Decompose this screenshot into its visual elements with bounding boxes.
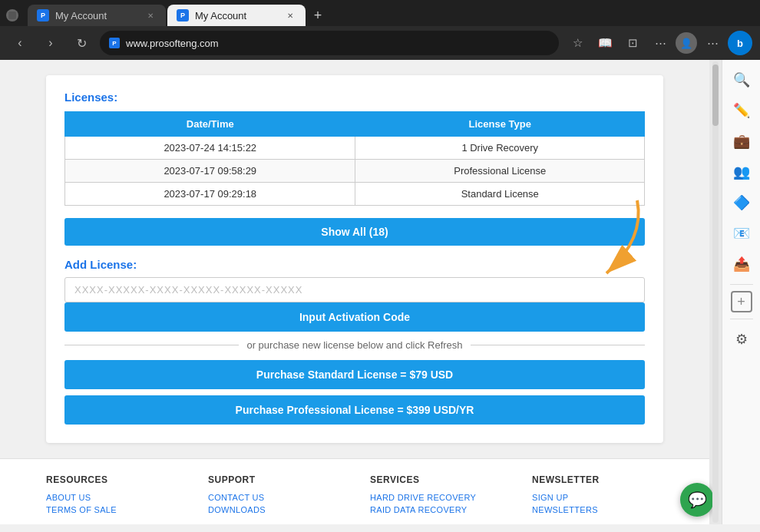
address-text: www.prosofteng.com xyxy=(126,38,219,49)
resources-heading: RESOURCES xyxy=(46,474,177,485)
forward-button[interactable]: › xyxy=(38,31,63,55)
browser-toolbar: ‹ › ↻ P www.prosofteng.com ☆ 📖 ⊡ ⋯ 👤 ⋯ b xyxy=(0,26,760,60)
back-button[interactable]: ‹ xyxy=(8,31,32,55)
show-all-button[interactable]: Show All (18) xyxy=(64,218,645,246)
sidebar-share-icon[interactable]: 📤 xyxy=(728,250,755,278)
sidebar-copilot-icon[interactable]: 🔷 xyxy=(728,189,755,216)
bookmarks-icon[interactable]: ☆ xyxy=(565,31,590,55)
or-divider: or purchase new license below and click … xyxy=(64,339,645,351)
date-cell-3: 2023-07-17 09:29:18 xyxy=(65,183,355,206)
signup-link[interactable]: SIGN UP xyxy=(532,493,663,502)
chat-bubble-button[interactable]: 💬 xyxy=(680,483,709,517)
chat-icon: 💬 xyxy=(688,491,707,509)
footer-newsletter: NEWSLETTER SIGN UP NEWSLETTERS xyxy=(532,474,663,517)
extensions-icon[interactable]: ⋯ xyxy=(700,31,725,55)
purchase-professional-button[interactable]: Purchase Professional License = $399 USD… xyxy=(64,395,645,425)
table-body: 2023-07-24 14:15:22 1 Drive Recovery 202… xyxy=(65,137,645,206)
browser-chrome: P My Account ✕ P My Account ✕ + ‹ › ↻ P … xyxy=(0,0,760,60)
main-content: Licenses: Date/Time License Type 2023-07… xyxy=(0,60,709,524)
scrollbar[interactable] xyxy=(709,60,722,524)
page-wrapper: Licenses: Date/Time License Type 2023-07… xyxy=(0,60,709,458)
raid-link[interactable]: RAID DATA RECOVERY xyxy=(370,505,501,514)
hard-drive-link[interactable]: HARD DRIVE RECOVERY xyxy=(370,493,501,502)
sidebar-settings-icon[interactable]: ⚙ xyxy=(728,325,755,353)
footer-services: SERVICES HARD DRIVE RECOVERY RAID DATA R… xyxy=(370,474,501,517)
date-cell-2: 2023-07-17 09:58:29 xyxy=(65,160,355,183)
type-cell-2: Professional License xyxy=(355,160,645,183)
support-heading: SUPPORT xyxy=(208,474,339,485)
more-tools-icon[interactable]: ⋯ xyxy=(648,31,672,55)
edge-copilot-icon[interactable]: b xyxy=(728,31,752,55)
new-tab-button[interactable]: + xyxy=(307,5,329,26)
licenses-label: Licenses: xyxy=(64,91,645,104)
date-cell-1: 2023-07-24 14:15:22 xyxy=(65,137,355,160)
reading-icon[interactable]: 📖 xyxy=(593,31,617,55)
right-sidebar: 🔍 ✏️ 💼 👥 🔷 📧 📤 + ⚙ xyxy=(722,60,760,524)
sidebar-users-icon[interactable]: 👥 xyxy=(728,158,755,186)
tab2-close[interactable]: ✕ xyxy=(284,9,296,21)
date-time-header: Date/Time xyxy=(65,112,355,137)
main-card: Licenses: Date/Time License Type 2023-07… xyxy=(46,75,663,443)
window-icon xyxy=(6,9,18,21)
type-cell-1: 1 Drive Recovery xyxy=(355,137,645,160)
profile-icon[interactable]: 👤 xyxy=(676,32,697,54)
table-header: Date/Time License Type xyxy=(65,112,645,137)
divider-line-right xyxy=(471,345,645,345)
tab1-label: My Account xyxy=(55,10,107,21)
header-row: Date/Time License Type xyxy=(65,112,645,137)
table-row: 2023-07-24 14:15:22 1 Drive Recovery xyxy=(65,137,645,160)
tab1-close[interactable]: ✕ xyxy=(144,9,157,21)
footer-columns: RESOURCES ABOUT US TERMS OF SALE SUPPORT… xyxy=(46,474,663,517)
activation-code-input[interactable] xyxy=(64,277,645,302)
downloads-link[interactable]: DOWNLOADS xyxy=(208,505,339,514)
sidebar-add-button[interactable]: + xyxy=(731,291,752,312)
newsletter-heading: NEWSLETTER xyxy=(532,474,663,485)
back-icon: ‹ xyxy=(18,36,21,50)
address-bar[interactable]: P www.prosofteng.com xyxy=(100,31,559,55)
tab2-label: My Account xyxy=(195,10,246,21)
sidebar-annotate-icon[interactable]: ✏️ xyxy=(728,97,755,124)
table-row: 2023-07-17 09:58:29 Professional License xyxy=(65,160,645,183)
sidebar-search-icon[interactable]: 🔍 xyxy=(728,66,755,94)
type-cell-3: Standard License xyxy=(355,183,645,206)
sidebar-outlook-icon[interactable]: 📧 xyxy=(728,220,755,247)
tab2-favicon: P xyxy=(177,9,189,21)
content-area: Licenses: Date/Time License Type 2023-07… xyxy=(0,60,760,524)
tab1-favicon: P xyxy=(37,9,49,21)
refresh-icon: ↻ xyxy=(77,36,87,51)
sidebar-briefcase-icon[interactable]: 💼 xyxy=(728,127,755,155)
license-type-header: License Type xyxy=(355,112,645,137)
address-favicon: P xyxy=(109,38,120,48)
terms-link[interactable]: TERMS OF SALE xyxy=(46,505,177,514)
or-text: or purchase new license below and click … xyxy=(246,339,462,351)
newsletters-link[interactable]: NEWSLETTERS xyxy=(532,505,663,514)
contact-link[interactable]: CONTACT US xyxy=(208,493,339,502)
purchase-standard-button[interactable]: Purchase Standard License = $79 USD xyxy=(64,360,645,389)
table-row: 2023-07-17 09:29:18 Standard License xyxy=(65,183,645,206)
license-table: Date/Time License Type 2023-07-24 14:15:… xyxy=(64,111,645,206)
footer-resources: RESOURCES ABOUT US TERMS OF SALE xyxy=(46,474,177,517)
sidebar-divider-2 xyxy=(730,319,753,319)
input-wrapper xyxy=(64,277,645,302)
footer: RESOURCES ABOUT US TERMS OF SALE SUPPORT… xyxy=(0,458,709,524)
add-license-label: Add License: xyxy=(64,258,645,271)
toolbar-actions: ☆ 📖 ⊡ ⋯ 👤 ⋯ b xyxy=(565,31,752,55)
forward-icon: › xyxy=(48,36,52,50)
scroll-thumb[interactable] xyxy=(712,64,719,126)
scroll-track xyxy=(712,61,719,523)
services-heading: SERVICES xyxy=(370,474,501,485)
footer-support: SUPPORT CONTACT US DOWNLOADS xyxy=(208,474,339,517)
collections-icon[interactable]: ⊡ xyxy=(620,31,645,55)
tab-1[interactable]: P My Account ✕ xyxy=(28,5,166,26)
sidebar-divider xyxy=(730,284,753,285)
input-activation-code-button[interactable]: Input Activation Code xyxy=(64,302,645,332)
about-us-link[interactable]: ABOUT US xyxy=(46,493,177,502)
svg-rect-0 xyxy=(8,12,16,19)
refresh-button[interactable]: ↻ xyxy=(69,31,94,55)
divider-line-left xyxy=(64,345,239,345)
tab-2[interactable]: P My Account ✕ xyxy=(167,5,306,26)
tab-bar: P My Account ✕ P My Account ✕ + xyxy=(0,0,760,26)
